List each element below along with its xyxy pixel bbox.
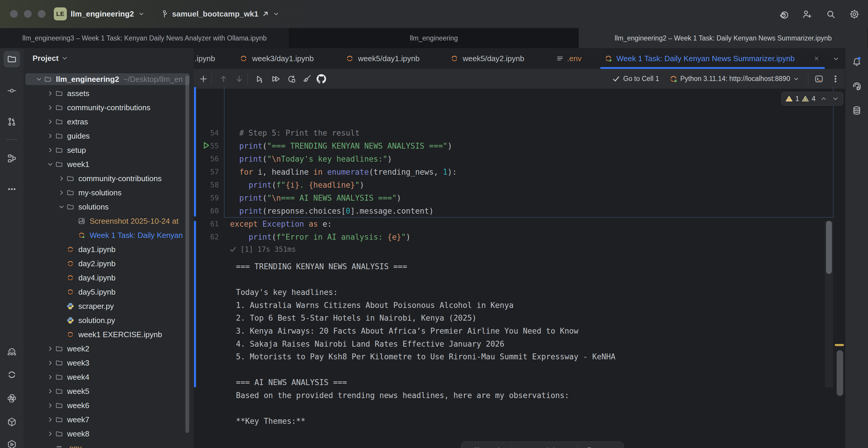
tree-item[interactable]: week1 EXERCISE.ipynb <box>24 327 194 342</box>
chevron-down-icon[interactable] <box>46 160 54 168</box>
commit-icon[interactable] <box>4 83 20 99</box>
code-with-me-icon[interactable] <box>802 9 812 20</box>
chevron-right-icon[interactable] <box>46 104 54 111</box>
chevron-right-icon[interactable] <box>46 132 54 140</box>
tree-item[interactable]: week4 <box>24 370 194 384</box>
tree-item[interactable]: week5 <box>24 384 194 398</box>
restart-kernel-button[interactable] <box>286 73 297 85</box>
move-cell-up-button[interactable] <box>218 73 229 85</box>
window-tab[interactable]: llm_engineering3 – Week 1 Task: Kenyan D… <box>0 28 289 48</box>
run-cell-button[interactable] <box>254 73 265 85</box>
more-icon[interactable] <box>4 181 20 197</box>
chevron-right-icon[interactable] <box>46 359 54 367</box>
tree-item[interactable]: extras <box>24 115 194 129</box>
tree-item[interactable]: week1 <box>24 157 194 171</box>
ai-assistant-icon[interactable] <box>778 9 789 20</box>
window-zoom-button[interactable] <box>38 10 45 18</box>
move-cell-down-button[interactable] <box>234 73 245 85</box>
tree-item[interactable]: Screenshot 2025-10-24 at <box>24 214 194 228</box>
python-console-icon[interactable] <box>4 390 20 407</box>
jupyter-icon[interactable] <box>4 366 20 383</box>
tree-item[interactable]: my-solutions <box>24 186 194 200</box>
chevron-right-icon[interactable] <box>46 146 54 154</box>
tree-item[interactable]: assets <box>24 86 194 100</box>
git-branch-icon <box>160 9 169 19</box>
notifications-icon[interactable] <box>848 53 865 69</box>
tree-item[interactable]: solutions <box>24 200 194 214</box>
python-packages-icon[interactable] <box>4 414 20 430</box>
tree-item[interactable]: setup <box>24 143 194 157</box>
add-markdown-cell-button[interactable]: M↓Markdown <box>512 444 578 448</box>
prev-problem-icon[interactable] <box>820 95 828 102</box>
jupyter-console-button[interactable] <box>813 73 825 85</box>
branch-widget[interactable]: samuel_bootcamp_wk1 <box>160 7 280 21</box>
chevron-right-icon[interactable] <box>46 90 54 97</box>
ai-chat-icon[interactable] <box>848 78 865 95</box>
go-to-cell-button[interactable]: Go to Cell 1 <box>612 69 659 89</box>
tree-item-label: community-contributions <box>67 100 151 115</box>
tree-item[interactable]: guides <box>24 129 194 143</box>
window-tab[interactable]: llm_engineering <box>289 28 579 48</box>
project-widget[interactable]: LE llm_engineering2 <box>54 7 145 21</box>
tree-item[interactable]: week6 <box>24 398 194 413</box>
run-line-icon[interactable] <box>201 140 211 151</box>
python-icon <box>66 317 74 324</box>
window-tab[interactable]: llm_engineering2 – Week 1 Task: Daily Ke… <box>579 28 868 48</box>
chevron-right-icon[interactable] <box>46 416 54 423</box>
kernel-selector[interactable]: Python 3.11.14: http://localhost:8890 <box>669 69 800 89</box>
project-badge: LE <box>54 7 67 21</box>
settings-icon[interactable] <box>849 9 860 20</box>
chevron-down-icon[interactable] <box>35 75 43 83</box>
close-icon[interactable] <box>813 55 820 62</box>
tree-item[interactable]: week7 <box>24 413 194 427</box>
services-icon[interactable] <box>4 436 20 448</box>
folder-icon <box>55 402 63 409</box>
hugging-face-icon[interactable] <box>4 344 20 360</box>
chevron-down-icon[interactable] <box>58 203 65 211</box>
add-cell-button[interactable] <box>198 73 209 85</box>
chevron-right-icon[interactable] <box>58 189 65 196</box>
editor-scrollbar[interactable] <box>837 350 843 396</box>
project-icon[interactable] <box>4 51 20 67</box>
clear-outputs-button[interactable] <box>301 73 312 85</box>
tree-item[interactable]: day4.ipynb <box>24 271 194 285</box>
tree-item[interactable]: day2.ipynb <box>24 257 194 271</box>
output-scrollbar[interactable] <box>826 221 832 274</box>
chevron-right-icon[interactable] <box>46 430 54 438</box>
search-icon[interactable] <box>826 9 836 20</box>
github-button[interactable] <box>316 73 327 85</box>
pull-requests-icon[interactable] <box>4 114 20 130</box>
chevron-right-icon[interactable] <box>46 373 54 381</box>
add-code-cell-button[interactable]: {}Code <box>464 444 512 448</box>
inspections-widget[interactable]: 1 4 <box>781 92 843 105</box>
tree-item[interactable]: Week 1 Task: Daily Kenyan <box>24 228 194 242</box>
project-panel-header[interactable]: Project <box>33 52 69 65</box>
chevron-right-icon[interactable] <box>46 118 54 126</box>
tree-item[interactable]: week3 <box>24 356 194 370</box>
tree-item[interactable]: week8 <box>24 427 194 441</box>
tree-item[interactable]: day5.ipynb <box>24 285 194 299</box>
run-all-cells-button[interactable] <box>270 73 281 85</box>
chevron-right-icon[interactable] <box>46 387 54 395</box>
warning-icon <box>785 95 793 102</box>
window-minimize-button[interactable] <box>24 10 32 18</box>
tree-item[interactable]: .env <box>24 441 194 448</box>
chevron-right-icon[interactable] <box>58 174 65 182</box>
tree-item[interactable]: week2 <box>24 342 194 356</box>
tree-item[interactable]: community-contributions <box>24 100 194 115</box>
structure-icon[interactable] <box>4 150 20 167</box>
project-scrollbar[interactable] <box>185 75 189 433</box>
hidden-tabs-chevron-icon[interactable] <box>832 55 840 63</box>
tree-item[interactable]: llm_engineering2~/Desktop/llm_en <box>24 72 194 86</box>
tree-item[interactable]: community-contributions <box>24 171 194 186</box>
window-close-button[interactable] <box>10 10 18 18</box>
database-icon[interactable] <box>848 102 865 119</box>
tree-item[interactable]: day1.ipynb <box>24 242 194 257</box>
tree-item[interactable]: scraper.py <box>24 299 194 313</box>
chevron-right-icon[interactable] <box>46 402 54 409</box>
add-sql-cell-button[interactable]: SQL <box>578 444 621 448</box>
more-options-button[interactable] <box>830 73 841 85</box>
chevron-right-icon[interactable] <box>46 345 54 353</box>
next-problem-icon[interactable] <box>832 95 839 102</box>
tree-item[interactable]: solution.py <box>24 313 194 327</box>
